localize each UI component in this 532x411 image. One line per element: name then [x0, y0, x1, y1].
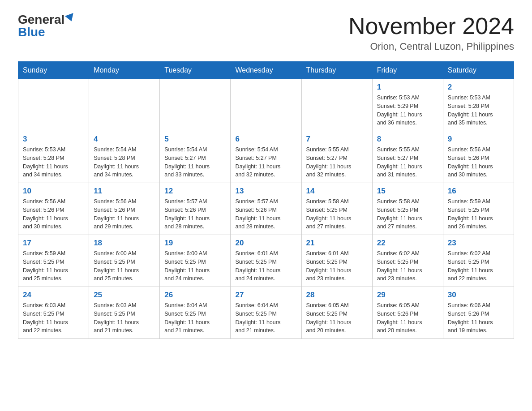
day-number: 11: [94, 187, 155, 196]
calendar-header-friday: Friday: [372, 62, 443, 79]
calendar-cell: 8Sunrise: 5:55 AMSunset: 5:27 PMDaylight…: [372, 131, 443, 183]
calendar-cell: 13Sunrise: 5:57 AMSunset: 5:26 PMDayligh…: [231, 183, 301, 235]
calendar-cell: 24Sunrise: 6:03 AMSunset: 5:25 PMDayligh…: [18, 287, 89, 339]
day-number: 13: [235, 187, 296, 196]
day-info: Sunrise: 5:53 AMSunset: 5:29 PMDaylight:…: [377, 94, 438, 127]
title-section: November 2024 Orion, Central Luzon, Phil…: [348, 13, 514, 52]
day-number: 21: [306, 239, 368, 248]
day-info: Sunrise: 5:57 AMSunset: 5:26 PMDaylight:…: [235, 197, 296, 231]
calendar-header-monday: Monday: [89, 62, 160, 79]
day-number: 28: [306, 291, 368, 300]
day-number: 26: [164, 291, 226, 300]
day-number: 23: [448, 239, 509, 248]
day-number: 6: [235, 135, 296, 144]
day-number: 9: [448, 135, 509, 144]
day-info: Sunrise: 5:59 AMSunset: 5:25 PMDaylight:…: [448, 197, 509, 231]
day-info: Sunrise: 5:55 AMSunset: 5:27 PMDaylight:…: [377, 146, 438, 179]
calendar-cell: 10Sunrise: 5:56 AMSunset: 5:26 PMDayligh…: [18, 183, 89, 235]
day-info: Sunrise: 6:03 AMSunset: 5:25 PMDaylight:…: [94, 301, 155, 335]
day-number: 5: [164, 135, 226, 144]
day-info: Sunrise: 6:04 AMSunset: 5:25 PMDaylight:…: [235, 301, 296, 335]
day-number: 22: [377, 239, 438, 248]
day-number: 20: [235, 239, 296, 248]
day-number: 14: [306, 187, 368, 196]
calendar-cell: 9Sunrise: 5:56 AMSunset: 5:26 PMDaylight…: [443, 131, 514, 183]
calendar-cell: 23Sunrise: 6:02 AMSunset: 5:25 PMDayligh…: [443, 235, 514, 287]
day-number: 4: [94, 135, 155, 144]
calendar-week-4: 17Sunrise: 5:59 AMSunset: 5:25 PMDayligh…: [18, 235, 514, 287]
day-number: 17: [23, 239, 84, 248]
calendar-cell: 11Sunrise: 5:56 AMSunset: 5:26 PMDayligh…: [89, 183, 160, 235]
calendar-week-3: 10Sunrise: 5:56 AMSunset: 5:26 PMDayligh…: [18, 183, 514, 235]
day-info: Sunrise: 6:00 AMSunset: 5:25 PMDaylight:…: [94, 249, 155, 283]
calendar-cell: 28Sunrise: 6:05 AMSunset: 5:25 PMDayligh…: [301, 287, 372, 339]
day-info: Sunrise: 5:58 AMSunset: 5:25 PMDaylight:…: [306, 197, 368, 231]
day-info: Sunrise: 6:01 AMSunset: 5:25 PMDaylight:…: [306, 249, 368, 283]
page-header: General Blue November 2024 Orion, Centra…: [18, 13, 514, 52]
day-info: Sunrise: 5:56 AMSunset: 5:26 PMDaylight:…: [448, 146, 509, 179]
calendar-cell: 26Sunrise: 6:04 AMSunset: 5:25 PMDayligh…: [160, 287, 231, 339]
calendar-cell: [89, 79, 160, 131]
calendar-header-sunday: Sunday: [18, 62, 89, 79]
logo: General Blue: [18, 13, 75, 39]
day-number: 15: [377, 187, 438, 196]
calendar-cell: 1Sunrise: 5:53 AMSunset: 5:29 PMDaylight…: [372, 79, 443, 131]
day-number: 19: [164, 239, 226, 248]
calendar-cell: 18Sunrise: 6:00 AMSunset: 5:25 PMDayligh…: [89, 235, 160, 287]
page-subtitle: Orion, Central Luzon, Philippines: [348, 41, 514, 52]
day-number: 27: [235, 291, 296, 300]
day-info: Sunrise: 5:53 AMSunset: 5:28 PMDaylight:…: [448, 94, 509, 127]
day-info: Sunrise: 5:53 AMSunset: 5:28 PMDaylight:…: [23, 146, 84, 179]
calendar-cell: [231, 79, 301, 131]
day-info: Sunrise: 6:00 AMSunset: 5:25 PMDaylight:…: [164, 249, 226, 283]
day-number: 25: [94, 291, 155, 300]
calendar-cell: 14Sunrise: 5:58 AMSunset: 5:25 PMDayligh…: [301, 183, 372, 235]
calendar-table: SundayMondayTuesdayWednesdayThursdayFrid…: [18, 61, 514, 339]
day-number: 7: [306, 135, 368, 144]
calendar-cell: 25Sunrise: 6:03 AMSunset: 5:25 PMDayligh…: [89, 287, 160, 339]
day-info: Sunrise: 5:54 AMSunset: 5:27 PMDaylight:…: [235, 146, 296, 179]
calendar-header-saturday: Saturday: [443, 62, 514, 79]
day-info: Sunrise: 6:01 AMSunset: 5:25 PMDaylight:…: [235, 249, 296, 283]
day-number: 16: [448, 187, 509, 196]
calendar-cell: [160, 79, 231, 131]
logo-triangle-icon: [65, 13, 76, 23]
calendar-cell: 22Sunrise: 6:02 AMSunset: 5:25 PMDayligh…: [372, 235, 443, 287]
day-info: Sunrise: 6:04 AMSunset: 5:25 PMDaylight:…: [164, 301, 226, 335]
calendar-cell: 4Sunrise: 5:54 AMSunset: 5:28 PMDaylight…: [89, 131, 160, 183]
day-number: 29: [377, 291, 438, 300]
day-info: Sunrise: 5:59 AMSunset: 5:25 PMDaylight:…: [23, 249, 84, 283]
day-info: Sunrise: 5:54 AMSunset: 5:28 PMDaylight:…: [94, 146, 155, 179]
day-info: Sunrise: 6:06 AMSunset: 5:26 PMDaylight:…: [448, 301, 509, 335]
calendar-cell: [18, 79, 89, 131]
calendar-header-wednesday: Wednesday: [231, 62, 301, 79]
day-number: 2: [448, 83, 509, 92]
calendar-cell: 29Sunrise: 6:05 AMSunset: 5:26 PMDayligh…: [372, 287, 443, 339]
day-info: Sunrise: 5:54 AMSunset: 5:27 PMDaylight:…: [164, 146, 226, 179]
page-title: November 2024: [348, 13, 514, 39]
day-number: 24: [23, 291, 84, 300]
day-info: Sunrise: 5:56 AMSunset: 5:26 PMDaylight:…: [23, 197, 84, 231]
calendar-cell: 7Sunrise: 5:55 AMSunset: 5:27 PMDaylight…: [301, 131, 372, 183]
calendar-cell: 5Sunrise: 5:54 AMSunset: 5:27 PMDaylight…: [160, 131, 231, 183]
day-number: 30: [448, 291, 509, 300]
logo-blue-text: Blue: [18, 26, 45, 39]
day-number: 1: [377, 83, 438, 92]
day-info: Sunrise: 5:58 AMSunset: 5:25 PMDaylight:…: [377, 197, 438, 231]
calendar-cell: 6Sunrise: 5:54 AMSunset: 5:27 PMDaylight…: [231, 131, 301, 183]
calendar-cell: 2Sunrise: 5:53 AMSunset: 5:28 PMDaylight…: [443, 79, 514, 131]
day-number: 10: [23, 187, 84, 196]
day-number: 18: [94, 239, 155, 248]
day-info: Sunrise: 6:02 AMSunset: 5:25 PMDaylight:…: [448, 249, 509, 283]
calendar-week-5: 24Sunrise: 6:03 AMSunset: 5:25 PMDayligh…: [18, 287, 514, 339]
day-info: Sunrise: 6:03 AMSunset: 5:25 PMDaylight:…: [23, 301, 84, 335]
calendar-cell: 12Sunrise: 5:57 AMSunset: 5:26 PMDayligh…: [160, 183, 231, 235]
day-number: 3: [23, 135, 84, 144]
day-info: Sunrise: 5:57 AMSunset: 5:26 PMDaylight:…: [164, 197, 226, 231]
calendar-header-tuesday: Tuesday: [160, 62, 231, 79]
day-info: Sunrise: 5:56 AMSunset: 5:26 PMDaylight:…: [94, 197, 155, 231]
day-info: Sunrise: 5:55 AMSunset: 5:27 PMDaylight:…: [306, 146, 368, 179]
calendar-cell: 15Sunrise: 5:58 AMSunset: 5:25 PMDayligh…: [372, 183, 443, 235]
calendar-header-row: SundayMondayTuesdayWednesdayThursdayFrid…: [18, 62, 514, 79]
calendar-week-1: 1Sunrise: 5:53 AMSunset: 5:29 PMDaylight…: [18, 79, 514, 131]
